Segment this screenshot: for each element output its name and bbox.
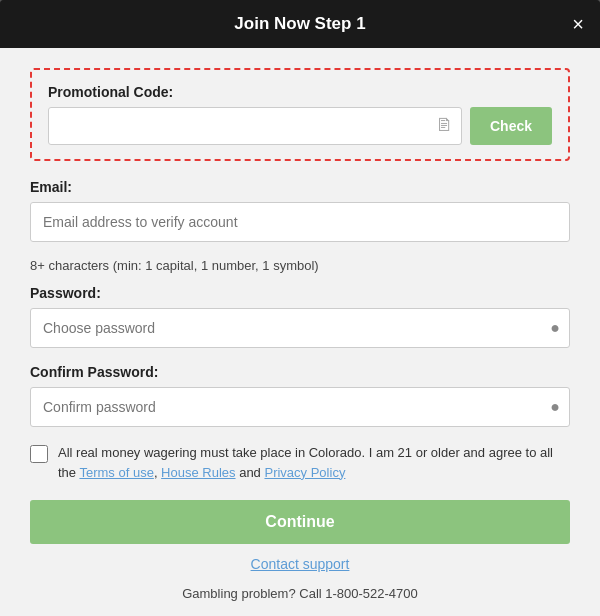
terms-checkbox-row: All real money wagering must take place … bbox=[30, 443, 570, 482]
email-label: Email: bbox=[30, 179, 570, 195]
password-hint: 8+ characters (min: 1 capital, 1 number,… bbox=[30, 258, 570, 273]
house-rules-link[interactable]: House Rules bbox=[161, 465, 235, 480]
terms-text: All real money wagering must take place … bbox=[58, 443, 570, 482]
password-input[interactable] bbox=[30, 308, 570, 348]
gambling-notice: Gambling problem? Call 1-800-522-4700 bbox=[30, 586, 570, 601]
confirm-password-input[interactable] bbox=[30, 387, 570, 427]
confirm-password-section: Confirm Password: ● bbox=[30, 364, 570, 427]
terms-link[interactable]: Terms of use bbox=[79, 465, 153, 480]
password-section: Password: ● bbox=[30, 285, 570, 348]
password-label: Password: bbox=[30, 285, 570, 301]
promo-label: Promotional Code: bbox=[48, 84, 552, 100]
terms-checkbox[interactable] bbox=[30, 445, 48, 463]
promo-card-icon: 🖹 bbox=[436, 116, 453, 136]
password-input-wrapper: ● bbox=[30, 308, 570, 348]
join-modal: Join Now Step 1 × Promotional Code: 🖹 Ch… bbox=[0, 0, 600, 616]
password-eye-icon[interactable]: ● bbox=[550, 319, 560, 337]
check-button[interactable]: Check bbox=[470, 107, 552, 145]
modal-title: Join Now Step 1 bbox=[234, 14, 365, 34]
promo-input-wrapper: 🖹 bbox=[48, 107, 462, 145]
promo-code-box: Promotional Code: 🖹 Check bbox=[30, 68, 570, 161]
promo-row: 🖹 Check bbox=[48, 107, 552, 145]
close-button[interactable]: × bbox=[572, 14, 584, 34]
modal-body: Promotional Code: 🖹 Check Email: 8+ char… bbox=[0, 48, 600, 616]
contact-support-link[interactable]: Contact support bbox=[30, 556, 570, 572]
promo-input[interactable] bbox=[57, 118, 436, 134]
confirm-password-label: Confirm Password: bbox=[30, 364, 570, 380]
confirm-password-input-wrapper: ● bbox=[30, 387, 570, 427]
confirm-password-eye-icon[interactable]: ● bbox=[550, 398, 560, 416]
privacy-policy-link[interactable]: Privacy Policy bbox=[264, 465, 345, 480]
email-input[interactable] bbox=[30, 202, 570, 242]
email-section: Email: bbox=[30, 179, 570, 242]
continue-button[interactable]: Continue bbox=[30, 500, 570, 544]
modal-header: Join Now Step 1 × bbox=[0, 0, 600, 48]
